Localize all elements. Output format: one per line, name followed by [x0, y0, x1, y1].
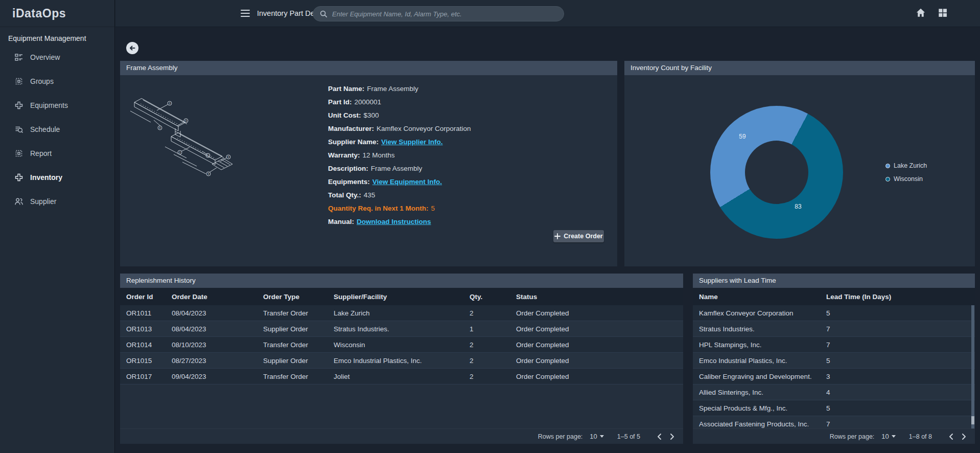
field-label: Manual:	[328, 218, 354, 225]
scrollbar-thumb[interactable]	[971, 416, 974, 424]
replenishment-table-header: Order IdOrder DateOrder TypeSupplier/Fac…	[120, 288, 683, 305]
table-scrollbar[interactable]	[971, 305, 974, 428]
menu-icon[interactable]	[241, 10, 250, 17]
column-header-order-date: Order Date	[172, 293, 263, 301]
sidebar-item-label: Groups	[30, 77, 54, 85]
donut-hole	[745, 141, 808, 204]
equipments-icon	[14, 101, 24, 110]
chevron-left-icon	[656, 433, 663, 440]
chevron-left-icon	[948, 433, 955, 440]
view-supplier-info-link[interactable]: View Supplier Info.	[381, 138, 443, 146]
view-equipment-info-link[interactable]: View Equipment Info.	[372, 178, 442, 186]
table-row: HPL Stampings, Inc.7	[693, 337, 975, 353]
part-fields: Part Name:Frame AssemblyPart Id:2000001U…	[328, 82, 471, 229]
table-cell: Supplier Order	[263, 357, 334, 365]
field-label: Equipments:	[328, 178, 370, 186]
table-cell: 2	[470, 357, 516, 365]
table-cell: Transfer Order	[263, 373, 334, 380]
field-value: 12 Months	[363, 151, 395, 159]
table-row: Stratus Industries.7	[693, 321, 975, 337]
sidebar-item-overview[interactable]: Overview	[0, 45, 114, 69]
column-header-order-id: Order Id	[126, 293, 172, 301]
table-cell: Order Completed	[516, 325, 683, 333]
table-cell: Transfer Order	[263, 341, 334, 349]
field-label: Total Qty.:	[328, 191, 361, 199]
sidebar-item-label: Overview	[30, 53, 60, 61]
apps-grid-icon[interactable]	[937, 7, 948, 18]
search-input[interactable]	[332, 10, 557, 18]
next-page-button[interactable]	[666, 431, 678, 443]
sidebar-item-report[interactable]: Report	[0, 141, 114, 165]
field-value: 5	[431, 205, 435, 212]
sidebar-item-inventory[interactable]: Inventory	[0, 165, 114, 189]
table-cell: Emco Industrial Plastics, Inc.	[699, 357, 826, 365]
field-value: $300	[364, 111, 379, 119]
page-range: 1–8 of 8	[909, 433, 932, 440]
legend-item-lake-zurich[interactable]: Lake Zurich	[885, 159, 927, 172]
table-cell: Caliber Engraving and Development.	[699, 373, 826, 380]
caret-down-icon	[892, 435, 896, 438]
sidebar: iDataOps Equipment Management OverviewGr…	[0, 0, 115, 453]
table-cell: Supplier Order	[263, 325, 334, 333]
plus-icon	[554, 233, 561, 239]
overview-icon	[14, 53, 24, 62]
column-header-name: Name	[699, 293, 826, 301]
global-search	[313, 6, 564, 21]
rows-per-page-select[interactable]: 10	[590, 433, 603, 440]
report-icon	[14, 149, 24, 158]
inventory-count-card: Inventory Count by Facility 59 83 Lake Z…	[624, 61, 975, 266]
table-row: Special Products & Mfg., Inc.5	[693, 400, 975, 416]
next-page-button[interactable]	[958, 431, 970, 443]
sidebar-item-schedule[interactable]: Schedule	[0, 117, 114, 141]
svg-text:6: 6	[185, 119, 187, 122]
table-cell: 08/10/2023	[172, 341, 263, 349]
sidebar-item-label: Report	[30, 149, 52, 157]
rows-per-page-value: 10	[881, 433, 889, 440]
home-icon[interactable]	[915, 7, 926, 18]
back-button[interactable]	[126, 42, 138, 54]
table-row: OR101508/27/2023Supplier OrderEmco Indus…	[120, 353, 683, 369]
create-order-button[interactable]: Create Order	[553, 230, 604, 242]
suppliers-lead-time-card: Suppliers with Lead Time NameLead Time (…	[693, 274, 975, 444]
table-cell: OR1013	[126, 325, 172, 333]
table-cell: 7	[826, 341, 975, 349]
table-cell: Associated Fastening Products, Inc.	[699, 420, 826, 428]
table-cell: Order Completed	[516, 357, 683, 365]
legend-item-wisconsin[interactable]: Wisconsin	[885, 172, 927, 186]
field-label: Description:	[328, 165, 368, 172]
sidebar-section-title: Equipment Management	[8, 34, 114, 42]
sidebar-item-label: Equipments	[30, 101, 68, 109]
previous-page-button[interactable]	[654, 431, 666, 443]
replenishment-card-title: Replenishment History	[120, 274, 683, 288]
sidebar-item-groups[interactable]: Groups	[0, 69, 114, 93]
field-label: Unit Cost:	[328, 111, 361, 119]
table-cell: HPL Stampings, Inc.	[699, 341, 826, 349]
previous-page-button[interactable]	[945, 431, 958, 443]
arrow-left-icon	[128, 44, 136, 52]
table-cell: OR1017	[126, 373, 172, 380]
table-cell: 08/04/2023	[172, 325, 263, 333]
table-row: OR101408/10/2023Transfer OrderWisconsin2…	[120, 337, 683, 353]
part-field-description: Description:Frame Assembly	[328, 162, 471, 175]
table-cell: 2	[470, 373, 516, 380]
table-cell: Order Completed	[516, 309, 683, 317]
page-range: 1–5 of 5	[617, 433, 640, 440]
sidebar-item-equipments[interactable]: Equipments	[0, 93, 114, 117]
table-cell: Stratus Industries.	[699, 325, 826, 333]
sidebar-item-label: Schedule	[30, 125, 60, 133]
caret-down-icon	[600, 435, 604, 438]
field-value: 2000001	[355, 98, 382, 106]
part-field-quantity-req-in-next-1-month: Quantity Req. in Next 1 Month:5	[328, 202, 471, 215]
field-value: Frame Assembly	[367, 85, 418, 93]
rows-per-page-label: Rows per page:	[830, 433, 875, 440]
table-row: OR101308/04/2023Supplier OrderStratus In…	[120, 321, 683, 337]
column-header-status: Status	[516, 293, 683, 301]
download-instructions-link[interactable]: Download Instructions	[357, 218, 431, 225]
rows-per-page-select[interactable]: 10	[881, 433, 895, 440]
replenishment-pagination: Rows per page: 10 1–5 of 5	[120, 428, 683, 444]
sidebar-item-supplier[interactable]: Supplier	[0, 189, 114, 213]
part-detail-card: Frame Assembly	[120, 61, 617, 266]
table-cell: Lake Zurich	[334, 309, 470, 317]
replenishment-table-body: OR101108/04/2023Transfer OrderLake Zuric…	[120, 305, 683, 428]
table-cell: 2	[470, 309, 516, 317]
